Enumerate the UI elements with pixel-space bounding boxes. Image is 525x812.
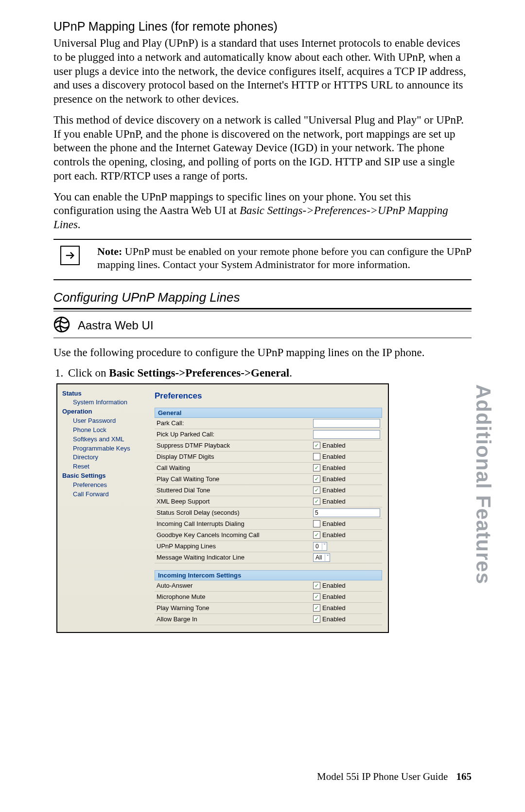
pref-row: Pick Up Parked Call:: [155, 429, 382, 440]
webui-label: Aastra Web UI: [78, 319, 154, 332]
pref-label: Goodbye Key Cancels Incoming Call: [155, 530, 313, 540]
pref-row: Auto-AnswerEnabled: [155, 580, 382, 592]
nav-item-preferences[interactable]: Preferences: [62, 481, 145, 490]
note-body: UPnP must be enabled on your remote phon…: [97, 245, 471, 271]
checkbox-label: Enabled: [322, 487, 346, 494]
page-number: 165: [456, 771, 472, 782]
arrow-right-icon: [60, 246, 80, 265]
chevron-down-icon: ˇ: [322, 543, 326, 550]
pref-label: Play Call Waiting Tone: [155, 474, 313, 484]
pref-row: Call WaitingEnabled: [155, 463, 382, 474]
procedure-intro: Use the following procedure to configure…: [53, 346, 472, 360]
pref-label: Play Warning Tone: [155, 603, 313, 613]
checkbox-label: Enabled: [322, 604, 346, 612]
pref-label: Auto-Answer: [155, 581, 313, 590]
checkbox-label: Enabled: [322, 498, 346, 505]
subheading: Configuring UPnP Mapping Lines: [53, 290, 472, 305]
nav-item-sysinfo[interactable]: System Information: [62, 398, 145, 407]
pref-row: Stuttered Dial ToneEnabled: [155, 485, 382, 496]
pref-row: Suppress DTMF PlaybackEnabled: [155, 440, 382, 451]
checkbox-label: Enabled: [322, 442, 346, 449]
section-general: General: [155, 408, 382, 418]
pref-row: Message Waiting Indicator LineAllˇ: [155, 552, 382, 563]
checkbox[interactable]: [313, 615, 320, 623]
step1-post: .: [289, 367, 292, 379]
checkbox-label: Enabled: [322, 464, 346, 471]
pref-label: Pick Up Parked Call:: [155, 430, 313, 439]
checkbox[interactable]: [313, 593, 320, 600]
preferences-panel: Preferences General Park Call:Pick Up Pa…: [148, 384, 388, 632]
paragraph-1: Universal Plug and Play (UPnP) is a stan…: [53, 36, 472, 107]
chevron-down-icon: ˇ: [325, 554, 329, 561]
nav-cat-basic[interactable]: Basic Settings: [62, 471, 145, 481]
p3-c: .: [78, 218, 81, 231]
note-block: Note: UPnP must be enabled on your remot…: [53, 240, 472, 279]
pref-label: Message Waiting Indicator Line: [155, 553, 313, 562]
checkbox-label: Enabled: [322, 615, 346, 623]
globe-icon: [53, 316, 70, 335]
pref-row: XML Beep SupportEnabled: [155, 496, 382, 507]
checkbox[interactable]: [313, 475, 320, 483]
checkbox[interactable]: [313, 453, 320, 460]
panel-title: Preferences: [155, 391, 382, 401]
checkbox[interactable]: [313, 464, 320, 471]
pref-row: Park Call:: [155, 418, 382, 429]
checkbox-label: Enabled: [322, 582, 346, 589]
pref-label: Status Scroll Delay (seconds): [155, 508, 313, 517]
checkbox[interactable]: [313, 582, 320, 589]
pref-row: Play Call Waiting ToneEnabled: [155, 474, 382, 485]
pref-row: Display DTMF DigitsEnabled: [155, 451, 382, 463]
text-input[interactable]: 5: [313, 508, 380, 517]
select[interactable]: Allˇ: [313, 553, 330, 562]
nav-item-directory[interactable]: Directory: [62, 453, 145, 462]
pref-row: Play Warning ToneEnabled: [155, 603, 382, 614]
side-tab: Additional Features: [472, 384, 495, 584]
step-list: Click on Basic Settings->Preferences->Ge…: [53, 367, 472, 379]
checkbox-label: Enabled: [322, 453, 346, 460]
pref-label: Incoming Call Interrupts Dialing: [155, 519, 313, 528]
nav-item-progkeys[interactable]: Programmable Keys: [62, 444, 145, 453]
step1-pre: Click on: [68, 367, 109, 379]
checkbox[interactable]: [313, 531, 320, 539]
checkbox-label: Enabled: [322, 531, 346, 539]
nav-item-phonelock[interactable]: Phone Lock: [62, 426, 145, 435]
checkbox[interactable]: [313, 520, 320, 527]
note-label: Note:: [97, 245, 122, 257]
checkbox[interactable]: [313, 442, 320, 449]
note-text: Note: UPnP must be enabled on your remot…: [97, 245, 472, 271]
paragraph-3: You can enable the UPnP mappings to spec…: [53, 190, 472, 232]
webui-header: Aastra Web UI: [53, 311, 472, 338]
checkbox-label: Enabled: [322, 593, 346, 600]
nav-item-userpw[interactable]: User Password: [62, 416, 145, 426]
pref-row: Status Scroll Delay (seconds)5: [155, 507, 382, 519]
pref-row: Microphone MuteEnabled: [155, 592, 382, 603]
nav-cat-status[interactable]: Status: [62, 389, 145, 398]
nav-cat-operation[interactable]: Operation: [62, 407, 145, 416]
pref-label: Display DTMF Digits: [155, 452, 313, 461]
select-value: 0: [315, 543, 319, 550]
checkbox-label: Enabled: [322, 520, 346, 527]
nav-item-reset[interactable]: Reset: [62, 462, 145, 471]
pref-label: Microphone Mute: [155, 592, 313, 601]
pref-label: XML Beep Support: [155, 497, 313, 506]
checkbox[interactable]: [313, 498, 320, 505]
paragraph-2: This method of device discovery on a net…: [53, 113, 472, 183]
nav-item-softkeys[interactable]: Softkeys and XML: [62, 435, 145, 444]
checkbox[interactable]: [313, 487, 320, 494]
pref-row: Allow Barge InEnabled: [155, 614, 382, 625]
pref-label: Suppress DTMF Playback: [155, 441, 313, 450]
nav-item-callforward[interactable]: Call Forward: [62, 490, 145, 499]
pref-label: Stuttered Dial Tone: [155, 486, 313, 495]
checkbox[interactable]: [313, 604, 320, 612]
text-input[interactable]: [313, 430, 380, 439]
select[interactable]: 0ˇ: [313, 542, 327, 551]
pref-label: UPnP Mapping Lines: [155, 541, 313, 551]
page-footer: Model 55i IP Phone User Guide 165: [317, 771, 472, 783]
checkbox-label: Enabled: [322, 475, 346, 483]
text-input[interactable]: [313, 419, 380, 428]
pref-row: UPnP Mapping Lines0ˇ: [155, 541, 382, 552]
select-value: All: [315, 554, 322, 561]
preferences-screenshot: Status System Information Operation User…: [56, 383, 389, 633]
step1-path: Basic Settings->Preferences->General: [109, 367, 289, 379]
section-heading: UPnP Mapping Lines (for remote phones): [53, 19, 472, 34]
